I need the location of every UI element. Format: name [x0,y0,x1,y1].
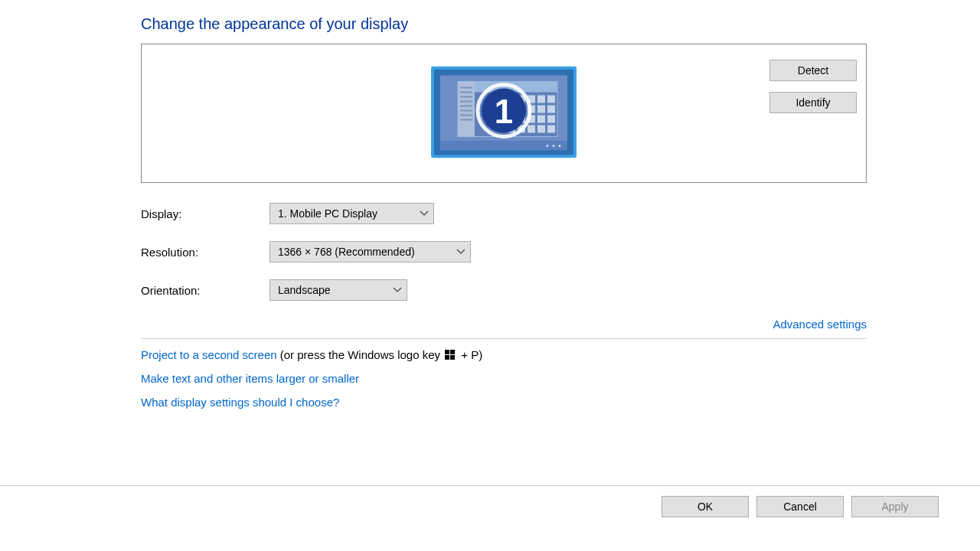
svg-point-4 [553,145,555,147]
resolution-label: Resolution: [141,246,270,259]
project-hint-pre: (or press the Windows logo key [277,348,444,361]
svg-point-5 [559,145,561,147]
windows-logo-icon [445,350,456,360]
svg-rect-23 [537,116,545,123]
advanced-settings-link[interactable]: Advanced settings [773,318,867,331]
chevron-down-icon [456,249,466,255]
orientation-combobox[interactable]: Landscape [270,279,407,301]
orientation-value: Landscape [278,284,331,296]
which-settings-link[interactable]: What display settings should I choose? [141,396,339,409]
svg-rect-28 [537,126,545,133]
detect-button[interactable]: Detect [769,60,857,81]
display-preview-box: 1 Detect Identify [141,44,867,183]
svg-point-6 [547,145,549,147]
display-label: Display: [141,207,270,220]
orientation-label: Orientation: [141,284,270,297]
ok-button[interactable]: OK [662,496,749,517]
divider [141,338,867,339]
footer-divider [0,485,980,486]
monitor-number: 1 [495,93,513,130]
svg-rect-27 [528,126,535,133]
svg-rect-29 [547,126,555,133]
project-second-screen-link[interactable]: Project to a second screen [141,348,277,361]
svg-rect-24 [547,116,555,123]
svg-rect-18 [537,106,545,113]
display-combobox[interactable]: 1. Mobile PC Display [270,203,434,224]
chevron-down-icon [393,287,402,293]
identify-button[interactable]: Identify [769,92,857,113]
svg-rect-13 [537,96,545,103]
svg-rect-9 [458,82,475,137]
monitor-preview[interactable]: 1 [431,67,577,161]
chevron-down-icon [420,210,429,217]
svg-rect-14 [547,96,555,103]
resolution-combobox[interactable]: 1366 × 768 (Recommended) [270,241,471,262]
svg-rect-19 [547,106,555,113]
resolution-value: 1366 × 768 (Recommended) [278,246,415,258]
page-title: Change the appearance of your display [141,15,867,33]
cancel-button[interactable]: Cancel [756,496,844,517]
text-size-link[interactable]: Make text and other items larger or smal… [141,372,359,385]
display-value: 1. Mobile PC Display [278,207,377,220]
project-hint-post: + P) [458,348,482,361]
apply-button[interactable]: Apply [851,496,939,517]
